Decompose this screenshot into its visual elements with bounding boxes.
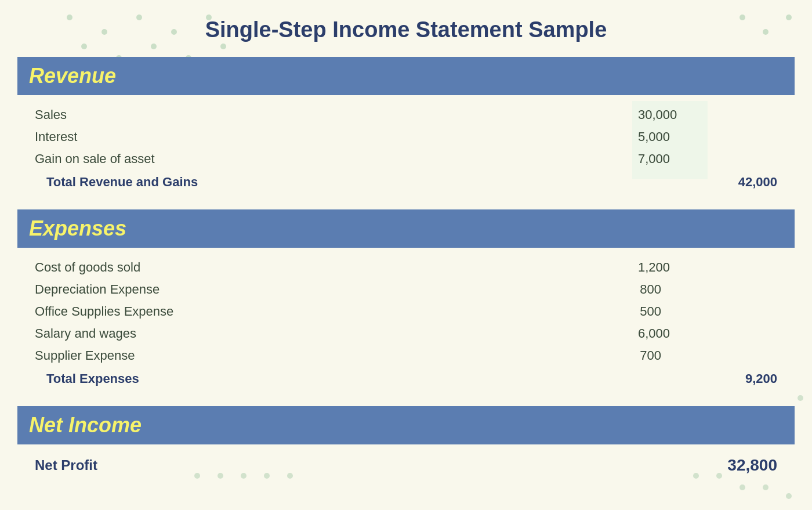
expenses-section: Expenses Cost of goods sold 1,200 Deprec…	[17, 209, 795, 400]
expenses-total-value: 9,200	[708, 371, 777, 386]
expenses-title: Expenses	[29, 216, 126, 240]
expenses-depreciation-row: Depreciation Expense 800	[35, 278, 777, 301]
revenue-body: Sales 30,000 Interest 5,000 Gain on sale…	[17, 95, 795, 204]
net-profit-label: Net Profit	[35, 457, 727, 473]
revenue-interest-value: 5,000	[638, 129, 708, 144]
expenses-cogs-value: 1,200	[638, 260, 708, 275]
expenses-body: Cost of goods sold 1,200 Depreciation Ex…	[17, 248, 795, 400]
revenue-header: Revenue	[17, 57, 795, 95]
expenses-total-label: Total Expenses	[35, 371, 638, 386]
page-title: Single-Step Income Statement Sample	[0, 0, 812, 57]
expenses-depreciation-value: 800	[638, 282, 708, 297]
expenses-total-row: Total Expenses 9,200	[35, 367, 777, 389]
net-income-header: Net Income	[17, 406, 795, 444]
expenses-office-value: 500	[638, 304, 708, 319]
revenue-section: Revenue Sales 30,000 Interest 5,000 Gain…	[17, 57, 795, 204]
expenses-cogs-row: Cost of goods sold 1,200	[35, 256, 777, 278]
svg-point-61	[786, 493, 792, 499]
revenue-interest-row: Interest 5,000	[35, 126, 777, 148]
expenses-salary-label: Salary and wages	[35, 326, 638, 341]
expenses-supplier-row: Supplier Expense 700	[35, 345, 777, 367]
revenue-gain-value: 7,000	[638, 151, 708, 167]
expenses-header: Expenses	[17, 209, 795, 248]
net-profit-row: Net Profit 32,800	[17, 444, 795, 480]
expenses-office-label: Office Supplies Expense	[35, 304, 638, 319]
svg-point-60	[763, 484, 768, 490]
revenue-sales-value: 30,000	[638, 107, 708, 122]
expenses-salary-row: Salary and wages 6,000	[35, 323, 777, 345]
revenue-sales-row: Sales 30,000	[35, 104, 777, 126]
revenue-title: Revenue	[29, 64, 116, 88]
expenses-depreciation-label: Depreciation Expense	[35, 282, 638, 297]
net-income-section: Net Income Net Profit 32,800	[17, 406, 795, 480]
revenue-gain-label: Gain on sale of asset	[35, 151, 638, 167]
revenue-total-value: 42,000	[708, 175, 777, 190]
revenue-gain-row: Gain on sale of asset 7,000	[35, 148, 777, 170]
expenses-office-row: Office Supplies Expense 500	[35, 301, 777, 323]
revenue-interest-label: Interest	[35, 129, 638, 144]
revenue-total-label: Total Revenue and Gains	[35, 175, 638, 190]
expenses-cogs-label: Cost of goods sold	[35, 260, 638, 275]
expenses-salary-value: 6,000	[638, 326, 708, 341]
revenue-sales-label: Sales	[35, 107, 638, 122]
net-profit-value: 32,800	[727, 456, 777, 475]
expenses-supplier-label: Supplier Expense	[35, 348, 638, 363]
net-income-title: Net Income	[29, 413, 142, 437]
expenses-supplier-value: 700	[638, 348, 708, 363]
revenue-total-row: Total Revenue and Gains 42,000	[35, 170, 777, 192]
svg-point-59	[740, 484, 745, 490]
